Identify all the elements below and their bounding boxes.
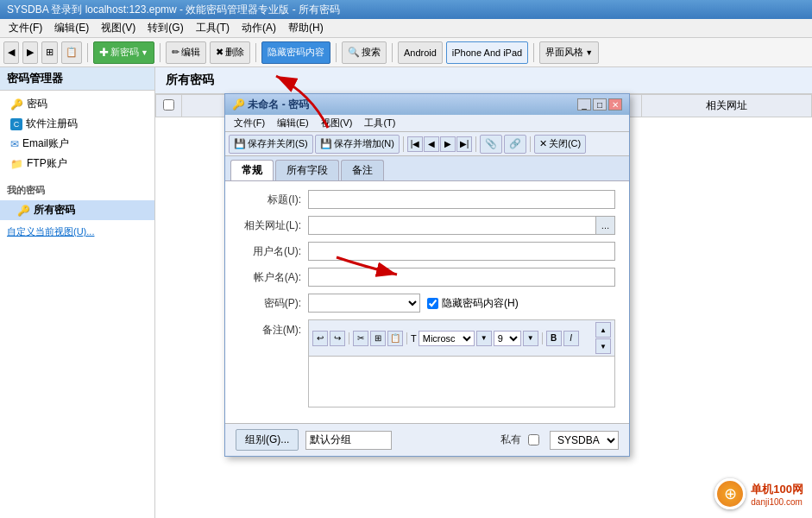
notes-area-wrap [308,356,615,407]
notes-font-arrow[interactable]: ▼ [476,331,492,346]
menu-help[interactable]: 帮助(H) [283,19,329,37]
hide-password-btn[interactable]: 隐藏密码内容 [261,41,330,64]
sidebar-categories: 🔑 密码 C 软件注册码 ✉ Email账户 📁 FTP账户 [0,91,154,177]
title-bar: SYSDBA 登录到 localhost:123.epmw - 效能密码管理器专… [0,0,812,19]
new-password-label: 新密码 [110,46,139,59]
tb-paste-btn[interactable]: 📋 [61,41,82,64]
notes-font-select[interactable]: Microsc [419,331,475,346]
nav-next-btn[interactable]: ▶ [440,136,456,152]
nav-last-btn[interactable]: ▶| [456,136,472,152]
new-password-icon: ✚ [99,46,109,59]
iphone-ipad-btn[interactable]: iPhone And iPad [446,41,528,64]
new-password-arrow: ▼ [141,48,148,57]
url-input[interactable] [308,216,596,235]
group-input[interactable] [305,431,392,450]
tab-notes[interactable]: 备注 [341,160,384,180]
select-all-checkbox[interactable] [163,99,174,111]
sidebar-item-regcode[interactable]: C 软件注册码 [0,114,154,134]
password-select[interactable] [308,294,420,313]
notes-redo-btn[interactable]: ↪ [330,331,345,346]
link-btn[interactable]: 🔗 [504,135,526,154]
sw-icon: C [10,118,22,130]
menu-file[interactable]: 文件(F) [3,19,47,37]
dialog-menu-tools[interactable]: 工具(T) [359,116,400,130]
username-input[interactable] [308,242,615,261]
nav-first-btn[interactable]: |◀ [407,136,423,152]
notes-paste-btn[interactable]: 📋 [387,331,403,346]
account-input[interactable] [308,268,615,287]
menu-tools[interactable]: 工具(T) [191,19,235,37]
notes-italic-btn[interactable]: I [563,331,579,346]
notes-size-arrow[interactable]: ▼ [523,331,538,346]
dialog-close-btn[interactable]: ✕ [608,98,622,111]
edit-btn[interactable]: ✏ 编辑 [166,41,206,64]
email-icon: ✉ [10,138,19,150]
notes-scroll-down-btn[interactable]: ▼ [595,338,611,354]
private-label: 私有 [500,433,521,447]
private-checkbox[interactable] [528,434,539,445]
android-btn[interactable]: Android [398,41,443,64]
group-btn[interactable]: 组别(G)... [236,429,299,451]
notes-copy-btn[interactable]: ⊞ [370,331,386,346]
dialog-minimize-btn[interactable]: _ [577,98,591,111]
notes-sep3 [542,332,543,344]
notes-bold-btn[interactable]: B [546,331,562,346]
dialog-menubar: 文件(F) 编辑(E) 视图(V) 工具(T) [225,115,629,132]
menu-view[interactable]: 视图(V) [96,19,141,37]
content-header: 所有密码 [155,67,812,94]
sidebar-allpasswords[interactable]: 🔑 所有密码 [0,200,154,220]
attachment-btn[interactable]: 📎 [480,135,502,154]
dialog-tabs: 常规 所有字段 备注 [225,156,629,181]
menu-edit[interactable]: 编辑(E) [49,19,94,37]
dialog-maximize-btn[interactable]: □ [593,98,607,111]
toolbar-separator-4 [336,43,337,62]
dialog-icon: 🔑 [232,98,245,111]
url-input-group: … [308,216,615,235]
notes-cut-btn[interactable]: ✂ [353,331,368,346]
notes-scroll-up-btn[interactable]: ▲ [595,322,611,338]
tb-back-btn[interactable]: ◀ [3,41,19,64]
menu-goto[interactable]: 转到(G) [142,19,188,37]
notes-toolbar: ↩ ↪ ✂ ⊞ 📋 T Microsc ▼ [308,319,615,356]
android-label: Android [404,47,437,58]
notes-undo-btn[interactable]: ↩ [312,331,328,346]
tab-general[interactable]: 常规 [230,160,274,180]
sidebar-allpasswords-label: 所有密码 [34,203,75,218]
sidebar-item-ftp[interactable]: 📁 FTP账户 [0,154,154,174]
sidebar-item-password[interactable]: 🔑 密码 [0,94,154,114]
dialog-menu-edit[interactable]: 编辑(E) [272,116,314,130]
new-password-btn[interactable]: ✚ 新密码 ▼ [93,41,154,64]
toolbar: ◀ ▶ ⊞ 📋 ✚ 新密码 ▼ ✏ 编辑 ✖ 删除 隐藏密码内容 🔍 搜索 An… [0,38,812,67]
new-password-dialog: 🔑 未命名 - 密码 _ □ ✕ 文件(F) 编辑(E) 视图(V) 工具(T) [224,93,630,457]
sidebar-item-email[interactable]: ✉ Email账户 [0,134,154,154]
url-browse-btn[interactable]: … [596,216,615,235]
save-close-btn[interactable]: 💾 保存并关闭(S) [229,135,313,154]
delete-btn[interactable]: ✖ 删除 [210,41,250,64]
bold-icon: B [551,333,557,343]
tb-forward-btn[interactable]: ▶ [22,41,38,64]
ui-style-btn[interactable]: 界面风格 ▼ [539,41,599,64]
nav-prev-btn[interactable]: ◀ [424,136,439,152]
dialog-menu-view[interactable]: 视图(V) [316,116,358,130]
edit-label: 编辑 [181,46,200,59]
tb-copy-btn[interactable]: ⊞ [41,41,58,64]
watermark-logo: ⊕ [714,478,746,509]
save-add-icon: 💾 [320,138,332,149]
watermark-subtext: danji100.com [751,497,802,507]
menu-action[interactable]: 动作(A) [236,19,281,37]
dialog-menu-file[interactable]: 文件(F) [229,116,270,130]
title-label: 标题(I): [239,193,308,207]
save-add-btn[interactable]: 💾 保存并增加(N) [315,135,400,154]
tab-allfields[interactable]: 所有字段 [275,160,339,180]
title-input[interactable] [308,190,615,209]
hide-password-checkbox[interactable] [427,298,438,309]
dialog-close-toolbar-btn[interactable]: ✕ 关闭(C) [534,135,586,154]
hide-password-check-label: 隐藏密码内容(H) [442,296,519,311]
url-label: 相关网址(L): [239,218,308,233]
notes-size-select[interactable]: 9 [494,331,521,346]
sidebar-password-label: 密码 [27,97,47,111]
customize-view-link[interactable]: 自定义当前视图(U)... [0,220,154,243]
notes-textarea[interactable] [308,356,615,407]
search-btn[interactable]: 🔍 搜索 [342,41,387,64]
owner-select[interactable]: SYSDBA [550,431,619,450]
